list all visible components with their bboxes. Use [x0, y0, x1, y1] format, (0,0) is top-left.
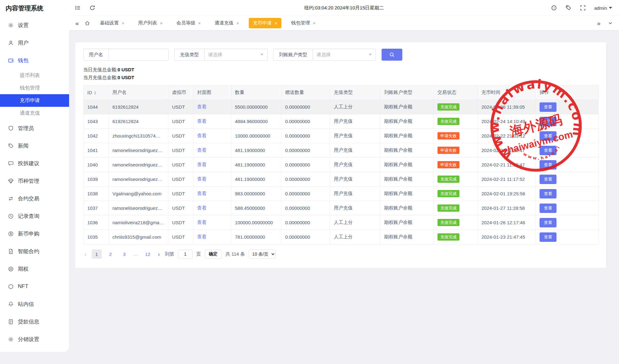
sidebar-item-new-coin[interactable]: 新币申购: [0, 225, 69, 242]
sidebar-item-label: 设置: [18, 22, 29, 29]
sidebar-item-contract-trade[interactable]: 合约交易: [0, 190, 69, 207]
sidebar-item-distribution[interactable]: 分销设置: [0, 330, 69, 348]
sidebar-item-coins[interactable]: 币种管理: [0, 172, 69, 190]
page-size-select[interactable]: 10 条/页: [249, 249, 276, 259]
view-button[interactable]: 查看: [540, 189, 557, 198]
table-row: 1043 6192612824 USDT 查看 4884.96000000 0.…: [84, 114, 599, 129]
close-icon[interactable]: ×: [160, 21, 163, 25]
view-button[interactable]: 查看: [540, 160, 557, 170]
sidebar-subitem-channel-recharge[interactable]: 通道充值: [0, 107, 69, 119]
cell-id: 1043: [84, 114, 109, 129]
tag-icon[interactable]: [565, 5, 572, 11]
sidebar-item-nft[interactable]: NFT: [0, 278, 69, 295]
cell-coin: USDT: [168, 201, 193, 215]
fullscreen-icon[interactable]: [580, 5, 586, 11]
cover-view-link[interactable]: 查看: [197, 162, 207, 167]
cell-time: 2024-01-23 21:47:45: [478, 230, 536, 244]
page-button-3[interactable]: 3: [119, 249, 129, 259]
refresh-icon[interactable]: [89, 5, 95, 11]
page-button-12[interactable]: 12: [143, 249, 153, 259]
prev-page-icon[interactable]: ‹: [83, 251, 88, 258]
cell-username: 6192612824: [109, 114, 168, 129]
cover-view-link[interactable]: 查看: [197, 104, 207, 109]
sidebar-item-records[interactable]: 记录查询: [0, 207, 69, 225]
tab-channel-recharge[interactable]: 通道充值 ×: [210, 18, 243, 28]
palette-icon[interactable]: [551, 5, 557, 11]
view-button[interactable]: 查看: [540, 232, 557, 242]
view-button[interactable]: 查看: [540, 131, 557, 141]
close-icon[interactable]: ×: [274, 21, 277, 25]
sidebar-item-settings[interactable]: 设置: [0, 16, 69, 34]
cover-view-link[interactable]: 查看: [197, 191, 207, 196]
username-input[interactable]: [108, 49, 169, 61]
tabs-scroll-left-icon[interactable]: «: [75, 20, 79, 26]
search-button[interactable]: [382, 49, 402, 61]
sidebar: 内容管理系统 设置 用户 钱包 提币列表 钱包管理 充币申请 通道充值 管理员 …: [0, 0, 69, 352]
tab-basic-settings[interactable]: 基础设置 ×: [96, 18, 128, 28]
close-icon[interactable]: ×: [198, 21, 201, 25]
next-page-icon[interactable]: ›: [156, 251, 161, 258]
tab-deposit-apply[interactable]: 充币申请 ×: [249, 18, 281, 28]
tab-wallet-manage[interactable]: 钱包管理 ×: [287, 18, 320, 28]
tabs-scroll-right-icon[interactable]: »: [597, 20, 600, 26]
sidebar-item-users[interactable]: 用户: [0, 34, 69, 52]
sidebar-subitem-wallet-manage[interactable]: 钱包管理: [0, 82, 69, 94]
view-button[interactable]: 查看: [540, 102, 557, 112]
chevron-down-icon: [260, 54, 263, 56]
close-icon[interactable]: ×: [122, 21, 124, 25]
sidebar-item-smart-contract[interactable]: 智能合约: [0, 242, 69, 260]
cell-coin: USDT: [168, 172, 193, 187]
sidebar-item-wallet[interactable]: 钱包: [0, 52, 69, 69]
menu-fold-icon[interactable]: [75, 5, 81, 11]
sidebar-item-feedback[interactable]: 投拆建议: [0, 155, 69, 172]
cell-amount: 10000.00000000: [231, 129, 281, 143]
close-icon[interactable]: ×: [236, 21, 239, 25]
view-button[interactable]: 查看: [540, 218, 557, 227]
sidebar-item-options[interactable]: 期权: [0, 260, 69, 278]
sort-icon[interactable]: [94, 91, 96, 95]
cover-view-link[interactable]: 查看: [197, 118, 207, 124]
cover-view-link[interactable]: 查看: [197, 205, 207, 210]
home-icon[interactable]: [84, 20, 90, 26]
cover-view-link[interactable]: 查看: [197, 133, 207, 138]
column-header-coin: 虚拟币: [168, 85, 193, 100]
close-icon[interactable]: ×: [313, 21, 316, 25]
gem-icon: [8, 178, 14, 184]
view-button[interactable]: 查看: [540, 175, 557, 184]
cell-amount: 481.19000000: [231, 172, 281, 187]
bell-icon: [8, 301, 14, 307]
page-ellipsis: ...: [133, 252, 139, 257]
sidebar-item-loans[interactable]: 贷款信息: [0, 313, 69, 330]
sidebar-subitem-withdraw-list[interactable]: 提币列表: [0, 69, 69, 82]
sidebar-item-admin[interactable]: 管理员: [0, 119, 69, 137]
admin-menu[interactable]: admin: [594, 5, 612, 11]
sidebar-subitem-deposit-apply[interactable]: 充币申请: [0, 94, 69, 107]
tabs-menu-chevron-icon[interactable]: [608, 21, 613, 25]
sidebar-item-news[interactable]: 新闻: [0, 137, 69, 155]
cell-gift: 0.00000000: [281, 143, 330, 158]
recharge-type-select[interactable]: 请选择: [204, 49, 268, 61]
column-header-id[interactable]: ID: [84, 85, 109, 100]
tab-user-list[interactable]: 用户列表 ×: [134, 18, 167, 28]
goto-page-input[interactable]: [178, 250, 193, 259]
cover-view-link[interactable]: 查看: [197, 176, 207, 182]
gear-icon: [8, 336, 14, 342]
sidebar-item-messages[interactable]: 站内信: [0, 295, 69, 313]
table-row: 1037 ramoneliseorodriguez@gm... USDT 查看 …: [84, 201, 599, 215]
cover-view-link[interactable]: 查看: [197, 234, 207, 239]
cell-coin: USDT: [168, 215, 193, 230]
view-button[interactable]: 查看: [540, 204, 557, 213]
cell-username: ramoneliseorodriguez@gm...: [109, 172, 168, 187]
tab-member-level[interactable]: 会员等级 ×: [172, 18, 205, 28]
account-type-select[interactable]: 请选择: [312, 49, 376, 61]
confirm-button[interactable]: 确定: [205, 249, 222, 259]
cover-view-link[interactable]: 查看: [197, 220, 207, 225]
page-button-1[interactable]: 1: [92, 249, 102, 259]
view-button[interactable]: 查看: [540, 146, 557, 155]
cell-time: 2024-02-22 21:03:12: [478, 129, 536, 143]
page-button-2[interactable]: 2: [106, 249, 116, 259]
daily-total-line: 当日充值总金额:0 USDT: [83, 66, 598, 73]
cell-amount: 983.00000000: [231, 187, 281, 201]
view-button[interactable]: 查看: [540, 117, 557, 126]
cover-view-link[interactable]: 查看: [197, 147, 207, 153]
